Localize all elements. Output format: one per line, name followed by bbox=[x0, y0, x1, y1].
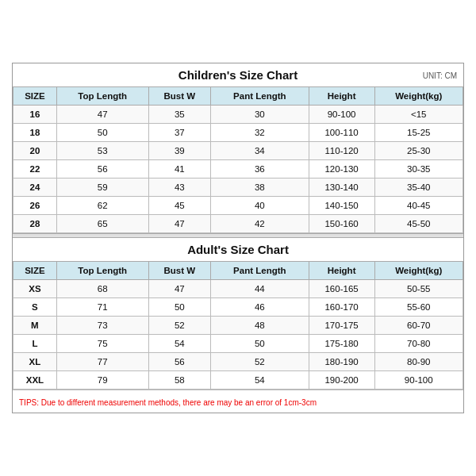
adults-col-weight: Weight(kg) bbox=[374, 262, 463, 280]
table-cell: 47 bbox=[148, 215, 210, 233]
table-cell: L bbox=[13, 335, 57, 353]
table-cell: 40 bbox=[211, 197, 309, 215]
table-cell: 22 bbox=[13, 160, 57, 178]
table-cell: 16 bbox=[13, 106, 57, 124]
table-row: XL775652180-19080-90 bbox=[13, 353, 463, 371]
table-cell: 58 bbox=[148, 371, 210, 390]
adults-table: SIZE Top Length Bust W Pant Length Heigh… bbox=[13, 261, 463, 390]
table-cell: 150-160 bbox=[309, 215, 374, 233]
table-cell: 30 bbox=[211, 106, 309, 124]
table-cell: 47 bbox=[56, 106, 148, 124]
tips-text: TIPS: Due to different measurement metho… bbox=[19, 398, 317, 407]
table-cell: 28 bbox=[13, 215, 57, 233]
table-cell: 110-120 bbox=[309, 142, 374, 160]
children-header-row: SIZE Top Length Bust W Pant Length Heigh… bbox=[13, 87, 463, 106]
table-cell: 54 bbox=[148, 335, 210, 353]
table-cell: 46 bbox=[211, 298, 309, 317]
table-cell: 50 bbox=[56, 124, 148, 142]
table-cell: 77 bbox=[56, 353, 148, 371]
table-cell: 90-100 bbox=[309, 106, 374, 124]
table-cell: 170-175 bbox=[309, 317, 374, 335]
table-row: XS684744160-16550-55 bbox=[13, 280, 463, 298]
table-cell: 20 bbox=[13, 142, 57, 160]
table-cell: 18 bbox=[13, 124, 57, 142]
adults-title-row: Adult's Size Chart bbox=[13, 238, 463, 261]
table-cell: 73 bbox=[56, 317, 148, 335]
children-col-size: SIZE bbox=[13, 87, 57, 106]
table-cell: M bbox=[13, 317, 57, 335]
adults-col-bustw: Bust W bbox=[148, 262, 210, 280]
table-row: 22564136120-13030-35 bbox=[13, 160, 463, 178]
table-cell: 190-200 bbox=[309, 371, 374, 390]
adults-col-height: Height bbox=[309, 262, 374, 280]
table-cell: 35 bbox=[148, 106, 210, 124]
table-cell: 41 bbox=[148, 160, 210, 178]
table-cell: 56 bbox=[148, 353, 210, 371]
table-cell: 48 bbox=[211, 317, 309, 335]
adults-header-row: SIZE Top Length Bust W Pant Length Heigh… bbox=[13, 262, 463, 280]
table-cell: 160-170 bbox=[309, 298, 374, 317]
table-cell: 15-25 bbox=[374, 124, 463, 142]
table-cell: 90-100 bbox=[374, 371, 463, 390]
table-cell: 79 bbox=[56, 371, 148, 390]
table-cell: 36 bbox=[211, 160, 309, 178]
table-cell: 130-140 bbox=[309, 178, 374, 197]
table-cell: 59 bbox=[56, 178, 148, 197]
table-cell: 37 bbox=[148, 124, 210, 142]
children-body: 1647353090-100<1518503732100-11015-25205… bbox=[13, 106, 463, 233]
children-title: Children's Size Chart bbox=[16, 68, 460, 82]
table-cell: 175-180 bbox=[309, 335, 374, 353]
table-cell: 100-110 bbox=[309, 124, 374, 142]
adults-col-pantlength: Pant Length bbox=[211, 262, 309, 280]
table-row: 26624540140-15040-45 bbox=[13, 197, 463, 215]
table-row: 20533934110-12025-30 bbox=[13, 142, 463, 160]
table-cell: 50 bbox=[148, 298, 210, 317]
table-cell: S bbox=[13, 298, 57, 317]
table-cell: 44 bbox=[211, 280, 309, 298]
table-cell: XXL bbox=[13, 371, 57, 390]
table-cell: 35-40 bbox=[374, 178, 463, 197]
table-row: L755450175-18070-80 bbox=[13, 335, 463, 353]
table-cell: 60-70 bbox=[374, 317, 463, 335]
table-cell: 45-50 bbox=[374, 215, 463, 233]
table-cell: 75 bbox=[56, 335, 148, 353]
table-row: 28654742150-16045-50 bbox=[13, 215, 463, 233]
table-cell: 55-60 bbox=[374, 298, 463, 317]
table-row: 18503732100-11015-25 bbox=[13, 124, 463, 142]
table-cell: 24 bbox=[13, 178, 57, 197]
table-cell: 43 bbox=[148, 178, 210, 197]
table-cell: 68 bbox=[56, 280, 148, 298]
table-cell: 70-80 bbox=[374, 335, 463, 353]
children-table: SIZE Top Length Bust W Pant Length Heigh… bbox=[13, 86, 463, 233]
adults-title: Adult's Size Chart bbox=[16, 243, 460, 256]
table-cell: 80-90 bbox=[374, 353, 463, 371]
table-cell: 65 bbox=[56, 215, 148, 233]
table-cell: 42 bbox=[211, 215, 309, 233]
table-cell: 120-130 bbox=[309, 160, 374, 178]
table-row: M735248170-17560-70 bbox=[13, 317, 463, 335]
children-col-toplength: Top Length bbox=[56, 87, 148, 106]
table-cell: XS bbox=[13, 280, 57, 298]
table-cell: 26 bbox=[13, 197, 57, 215]
table-cell: 140-150 bbox=[309, 197, 374, 215]
table-cell: 38 bbox=[211, 178, 309, 197]
table-cell: 52 bbox=[148, 317, 210, 335]
children-col-weight: Weight(kg) bbox=[374, 87, 463, 106]
table-cell: XL bbox=[13, 353, 57, 371]
adults-col-size: SIZE bbox=[13, 262, 57, 280]
table-cell: 160-165 bbox=[309, 280, 374, 298]
table-cell: 40-45 bbox=[374, 197, 463, 215]
table-cell: 34 bbox=[211, 142, 309, 160]
table-cell: 50-55 bbox=[374, 280, 463, 298]
table-cell: 52 bbox=[211, 353, 309, 371]
table-cell: 56 bbox=[56, 160, 148, 178]
table-cell: 180-190 bbox=[309, 353, 374, 371]
table-row: S715046160-17055-60 bbox=[13, 298, 463, 317]
table-cell: 50 bbox=[211, 335, 309, 353]
table-row: 1647353090-100<15 bbox=[13, 106, 463, 124]
table-row: 24594338130-14035-40 bbox=[13, 178, 463, 197]
table-cell: 25-30 bbox=[374, 142, 463, 160]
children-col-bustw: Bust W bbox=[148, 87, 210, 106]
tips-row: TIPS: Due to different measurement metho… bbox=[13, 390, 463, 413]
table-cell: 39 bbox=[148, 142, 210, 160]
